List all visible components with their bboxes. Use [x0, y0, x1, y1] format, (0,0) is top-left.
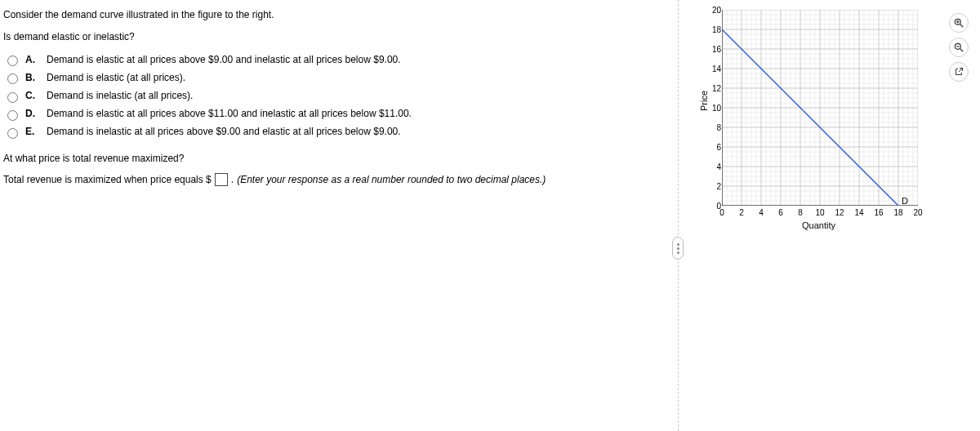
choice-text: Demand is elastic (at all prices).	[47, 70, 185, 86]
radio-c[interactable]	[7, 92, 18, 103]
popout-button[interactable]	[949, 62, 969, 82]
x-tick: 2	[739, 208, 744, 217]
choice-text: Demand is inelastic (at all prices).	[47, 88, 193, 104]
zoom-in-icon	[953, 17, 964, 29]
popout-icon	[954, 67, 964, 77]
answer-post: .	[231, 174, 234, 185]
choice-letter: E.	[25, 124, 38, 140]
radio-a[interactable]	[7, 56, 18, 66]
question-prompt-1: Consider the demand curve illustrated in…	[3, 8, 666, 22]
y-tick: 20	[706, 6, 721, 15]
x-tick: 18	[893, 208, 902, 217]
radio-e[interactable]	[7, 128, 18, 139]
y-tick: 4	[706, 162, 721, 171]
x-tick: 4	[759, 208, 764, 217]
choice-a[interactable]: A. Demand is elastic at all prices above…	[3, 52, 666, 68]
x-tick: 8	[798, 208, 803, 217]
y-tick: 18	[706, 25, 721, 34]
choice-letter: C.	[25, 88, 38, 104]
choice-text: Demand is elastic at all prices above $9…	[47, 52, 401, 68]
choice-letter: A.	[25, 52, 38, 68]
radio-d[interactable]	[7, 110, 18, 121]
answer-sentence: Total revenue is maximized when price eq…	[3, 173, 666, 186]
x-tick: 20	[913, 208, 922, 217]
zoom-out-icon	[953, 42, 964, 53]
y-tick: 8	[706, 123, 721, 132]
choice-e[interactable]: E. Demand is inelastic at all prices abo…	[3, 124, 666, 140]
choices-group: A. Demand is elastic at all prices above…	[3, 52, 666, 140]
question-prompt-2: Is demand elastic or inelastic?	[3, 30, 666, 44]
series-label-d: D	[902, 196, 908, 206]
choice-d[interactable]: D. Demand is elastic at all prices above…	[3, 106, 666, 122]
x-tick: 6	[778, 208, 783, 217]
x-axis-label: Quantity	[802, 220, 835, 230]
x-tick: 14	[854, 208, 863, 217]
y-tick: 12	[706, 84, 721, 93]
part2-prompt: At what price is total revenue maximized…	[3, 152, 666, 166]
choice-text: Demand is inelastic at all prices above …	[47, 124, 401, 140]
choice-letter: B.	[25, 70, 38, 86]
choice-c[interactable]: C. Demand is inelastic (at all prices).	[3, 88, 666, 104]
zoom-in-button[interactable]	[949, 13, 969, 33]
zoom-out-button[interactable]	[949, 38, 969, 57]
demand-chart: Price Quantity 02468101214161820 0246810…	[706, 10, 922, 226]
x-tick: 0	[719, 208, 724, 217]
choice-b[interactable]: B. Demand is elastic (at all prices).	[3, 70, 666, 86]
choice-letter: D.	[25, 106, 38, 122]
y-tick: 14	[706, 64, 721, 73]
y-tick: 6	[706, 143, 721, 152]
answer-pre: Total revenue is maximized when price eq…	[3, 174, 212, 185]
resize-handle[interactable]	[672, 237, 684, 260]
svg-line-112	[960, 49, 964, 52]
price-input[interactable]	[215, 173, 228, 186]
choice-text: Demand is elastic at all prices above $1…	[47, 106, 412, 122]
chart-svg	[722, 10, 918, 206]
x-tick: 16	[874, 208, 883, 217]
svg-line-108	[960, 24, 964, 28]
x-tick: 10	[815, 208, 824, 217]
y-tick: 2	[706, 182, 721, 191]
radio-b[interactable]	[7, 73, 18, 84]
y-tick: 16	[706, 45, 721, 54]
x-tick: 12	[835, 208, 844, 217]
answer-hint: (Enter your response as a real number ro…	[237, 174, 546, 185]
y-tick: 10	[706, 104, 721, 113]
